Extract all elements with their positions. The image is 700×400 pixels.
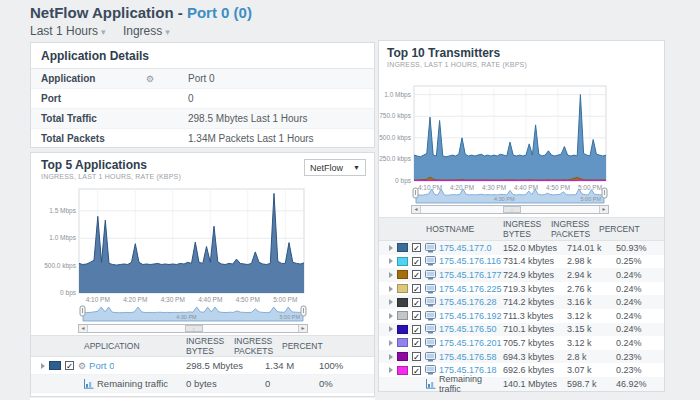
hostname-link[interactable]: 175.45.177.0 <box>439 243 492 253</box>
svg-text:500.0 kbps: 500.0 kbps <box>44 262 77 270</box>
cell-ingress-packets: 1.34 M <box>265 360 319 371</box>
hostname-link[interactable]: 175.45.176.201 <box>439 338 502 348</box>
hostname-link[interactable]: 175.45.176.116 <box>439 256 501 266</box>
hostname-link[interactable]: 175.45.176.28 <box>439 297 497 307</box>
scroll-right-arrow-icon[interactable]: ► <box>599 206 608 213</box>
series-checkbox[interactable]: ✓ <box>412 270 421 279</box>
cell-percent: 0.23% <box>616 365 664 375</box>
cell-percent: 50.93% <box>616 243 664 253</box>
detail-value: 1.34M Packets Last 1 Hours <box>188 129 364 148</box>
host-monitor-icon <box>425 256 436 266</box>
series-checkbox[interactable]: ✓ <box>412 338 421 347</box>
top10-transmitters-panel: Top 10 Transmitters INGRESS, LAST 1 HOUR… <box>378 40 665 392</box>
svg-text:0 bps: 0 bps <box>60 289 77 297</box>
cell-ingress-bytes: 705.7 kbytes <box>503 338 567 348</box>
filter-bar: Last 1 Hours▾ Ingress▾ <box>30 24 184 38</box>
chevron-down-icon: ▾ <box>165 27 170 37</box>
series-color-swatch <box>397 298 408 307</box>
gear-icon: ⚙ <box>78 361 86 371</box>
gear-icon[interactable]: ⚙ <box>146 74 154 84</box>
cell-percent: 0% <box>319 378 374 389</box>
table-row: ✓ 175.45.176.201 705.7 kbytes 3.12 k 0.2… <box>379 336 664 350</box>
table-row: ✓ 175.45.176.50 710.1 kbytes 3.15 k 0.24… <box>379 323 664 337</box>
scroll-right-arrow-icon[interactable]: ► <box>298 325 307 332</box>
expand-caret-icon[interactable] <box>389 354 393 360</box>
series-color-swatch <box>397 338 408 347</box>
svg-text:500.0 kbps: 500.0 kbps <box>379 134 412 142</box>
cell-percent: 0.24% <box>616 311 664 321</box>
expand-caret-icon[interactable] <box>389 258 393 264</box>
series-checkbox[interactable]: ✓ <box>412 298 421 307</box>
expand-caret-icon[interactable] <box>389 286 393 292</box>
detail-value: 298.5 Mbytes Last 1 Hours <box>188 109 364 128</box>
expand-caret-icon[interactable] <box>41 363 45 369</box>
svg-text:0 bps: 0 bps <box>395 177 412 185</box>
scrollbar-track[interactable] <box>88 325 298 332</box>
scrollbar-thumb[interactable] <box>503 206 521 213</box>
detail-row: Application ⚙ Port 0 <box>31 69 374 89</box>
series-color-swatch <box>397 311 408 320</box>
cell-ingress-bytes: 694.3 kbytes <box>503 352 567 362</box>
scroll-left-arrow-icon[interactable]: ◄ <box>412 206 421 213</box>
detail-label: Total Traffic <box>41 109 146 128</box>
expand-caret-icon[interactable] <box>389 340 393 346</box>
direction-filter-dropdown[interactable]: Ingress▾ <box>123 24 170 38</box>
top5-chart-scrollbar[interactable]: ◄ ► <box>78 324 308 333</box>
netflow-source-select[interactable]: NetFlow▼ <box>304 159 366 176</box>
expand-caret-icon[interactable] <box>389 326 393 332</box>
cell-ingress-bytes: 0 bytes <box>186 378 265 389</box>
series-checkbox[interactable]: ✓ <box>65 361 74 370</box>
hostname-link[interactable]: 175.45.176.177 <box>439 270 502 280</box>
page-title: NetFlow Application - Port 0 (0) <box>30 4 252 21</box>
top5-minimap[interactable]: 4:30 PM5:00 PM <box>31 305 376 323</box>
host-monitor-icon <box>425 352 436 362</box>
scroll-left-arrow-icon[interactable]: ◄ <box>79 325 88 332</box>
table-row: ✓ 175.45.177.0 152.0 Mbytes 714.01 k 50.… <box>379 241 664 255</box>
top10-table: HOSTNAME INGRESS BYTES INGRESS PACKETS P… <box>379 217 664 391</box>
panel-subtitle: INGRESS, LAST 1 HOURS, RATE (KBPS) <box>41 173 181 180</box>
series-checkbox[interactable]: ✓ <box>412 352 421 361</box>
hostname-link[interactable]: 175.45.176.225 <box>439 284 502 294</box>
cell-ingress-packets: 3.16 k <box>567 297 616 307</box>
cell-ingress-packets: 714.01 k <box>567 243 616 253</box>
expand-caret-icon[interactable] <box>389 245 393 251</box>
top10-area-chart: 4:10 PM4:20 PM4:30 PM4:40 PM4:50 PM5:00 … <box>379 77 666 195</box>
panel-title: Top 5 Applications <box>41 158 147 172</box>
svg-text:750.0 kbps: 750.0 kbps <box>379 112 412 120</box>
top5-area-chart: 4:10 PM4:20 PM4:30 PM4:40 PM4:50 PM5:00 … <box>31 183 376 305</box>
hostname-link[interactable]: 175.45.176.50 <box>439 324 497 334</box>
hostname-link[interactable]: 175.45.176.192 <box>439 311 502 321</box>
top10-minimap[interactable]: 4:30 PM5:00 PM <box>379 187 666 205</box>
series-checkbox[interactable]: ✓ <box>412 325 421 334</box>
table-header-row: HOSTNAME INGRESS BYTES INGRESS PACKETS P… <box>379 217 664 241</box>
host-monitor-icon <box>425 284 436 294</box>
top10-chart-scrollbar[interactable]: ◄ ► <box>411 205 609 214</box>
series-color-swatch <box>397 243 408 252</box>
expand-caret-icon[interactable] <box>389 313 393 319</box>
series-checkbox[interactable]: ✓ <box>412 311 421 320</box>
cell-ingress-bytes: 714.2 kbytes <box>503 297 567 307</box>
top5-applications-panel: Top 5 Applications INGRESS, LAST 1 HOURS… <box>30 152 375 397</box>
expand-caret-icon[interactable] <box>389 367 393 373</box>
series-checkbox[interactable]: ✓ <box>412 284 421 293</box>
scrollbar-track[interactable] <box>421 206 599 213</box>
expand-caret-icon[interactable] <box>389 299 393 305</box>
series-checkbox[interactable]: ✓ <box>412 257 421 266</box>
detail-label: Application <box>41 69 146 88</box>
cell-ingress-packets: 3.12 k <box>567 338 616 348</box>
page-title-text: NetFlow Application - <box>30 4 187 21</box>
time-filter-dropdown[interactable]: Last 1 Hours▾ <box>30 24 106 38</box>
application-link[interactable]: Port 0 <box>89 360 114 371</box>
host-monitor-icon <box>425 324 436 334</box>
series-checkbox[interactable]: ✓ <box>412 243 421 252</box>
panel-subtitle: INGRESS, LAST 1 HOURS, RATE (KBPS) <box>387 61 527 68</box>
series-color-swatch <box>397 352 408 361</box>
detail-label: Total Packets <box>41 129 146 148</box>
table-row: ✓ 175.45.176.192 711.3 kbytes 3.12 k 0.2… <box>379 309 664 323</box>
scrollbar-thumb[interactable] <box>185 325 203 332</box>
page-title-port-link[interactable]: Port 0 (0) <box>187 4 252 21</box>
expand-caret-icon[interactable] <box>389 272 393 278</box>
hostname-link[interactable]: 175.45.176.58 <box>439 352 497 362</box>
detail-row: Total Packets ⚙ 1.34M Packets Last 1 Hou… <box>31 129 374 149</box>
series-color-swatch <box>397 284 408 293</box>
